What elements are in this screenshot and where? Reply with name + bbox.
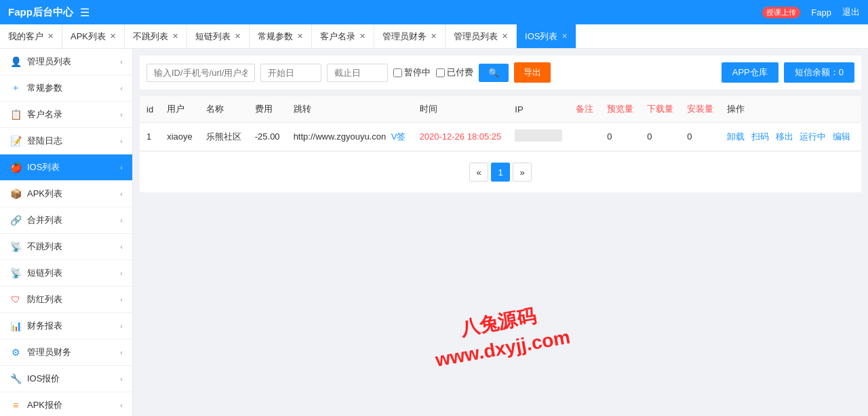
sidebar-item-apk-list[interactable]: 📦 APK列表 ‹ <box>0 181 132 207</box>
close-icon[interactable]: ✕ <box>297 32 303 41</box>
action-running[interactable]: 运行中 <box>800 131 826 142</box>
page-1-button[interactable]: 1 <box>491 163 510 182</box>
date-end-input[interactable] <box>327 64 388 82</box>
sidebar-item-customer-directory[interactable]: 📋 客户名录 ‹ <box>0 102 132 128</box>
action-remove[interactable]: 移出 <box>776 131 793 142</box>
sms-balance-button[interactable]: 短信余额：0 <box>784 62 854 83</box>
user-icon: 👤 <box>9 56 22 68</box>
col-jump: 跳转 <box>287 96 413 123</box>
ip-placeholder <box>515 129 562 142</box>
next-page-button[interactable]: » <box>513 163 532 182</box>
user-name[interactable]: Fapp <box>811 7 831 18</box>
package-icon: 📦 <box>9 188 22 200</box>
col-download: 下载量 <box>640 96 680 123</box>
action-qrcode[interactable]: 扫码 <box>751 131 769 142</box>
date-start-input[interactable] <box>260 64 321 82</box>
chevron-right-icon: ‹ <box>120 295 123 304</box>
sidebar-label: IOS列表 <box>27 161 60 173</box>
sidebar-item-login-log[interactable]: 📝 登陆日志 ‹ <box>0 128 132 154</box>
tab-admin-finance[interactable]: 管理员财务 ✕ <box>374 24 446 49</box>
col-install: 安装量 <box>680 96 720 123</box>
close-icon[interactable]: ✕ <box>431 32 437 41</box>
chevron-right-icon: ‹ <box>120 375 123 383</box>
close-icon[interactable]: ✕ <box>359 32 366 41</box>
tab-my-customers[interactable]: 我的客户 ✕ <box>0 24 62 49</box>
content-area: 暂停中 已付费 🔍 导出 APP仓库 短信余额：0 id 用户 名称 <box>133 49 868 416</box>
close-icon[interactable]: ✕ <box>172 32 178 41</box>
sidebar-label: 登陆日志 <box>27 135 62 147</box>
chart-icon: 📊 <box>9 320 22 332</box>
search-input[interactable] <box>146 64 255 82</box>
sidebar-label: 合并列表 <box>27 214 62 226</box>
app-warehouse-button[interactable]: APP仓库 <box>722 62 778 83</box>
sidebar-item-apk-price[interactable]: ≡ APK报价 ‹ <box>0 392 132 416</box>
checkbox-paused[interactable] <box>393 68 402 77</box>
checkbox-paused-label[interactable]: 暂停中 <box>393 66 431 79</box>
menu-icon[interactable]: ☰ <box>80 6 90 19</box>
header-right: 授课上传 Fapp 退出 <box>762 6 860 18</box>
tab-ios-list[interactable]: IOS列表 ✕ <box>517 24 576 49</box>
close-icon[interactable]: ✕ <box>110 32 116 41</box>
logout-button[interactable]: 退出 <box>842 6 860 18</box>
cell-time: 2020-12-26 18:05:25 <box>413 123 509 151</box>
sidebar-item-regular-params[interactable]: ＋ 常规参数 ‹ <box>0 75 132 102</box>
sidebar-item-admin-finance[interactable]: ⚙ 管理员财务 ‹ <box>0 339 132 366</box>
settings-icon: ⚙ <box>9 346 22 358</box>
tab-bar: 我的客户 ✕ APK列表 ✕ 不跳列表 ✕ 短链列表 ✕ 常规参数 ✕ 客户名录… <box>0 24 868 49</box>
filter-bar: 暂停中 已付费 🔍 导出 APP仓库 短信余额：0 <box>140 56 861 89</box>
tab-regular-params[interactable]: 常规参数 ✕ <box>250 24 312 49</box>
chevron-right-icon: ‹ <box>120 269 123 277</box>
sidebar-item-no-jump[interactable]: 📡 不跳列表 ‹ <box>0 234 132 260</box>
header-left: Fapp后台中心 ☰ <box>8 6 90 19</box>
sidebar-label: 防红列表 <box>27 293 62 306</box>
close-icon[interactable]: ✕ <box>502 32 508 41</box>
col-action: 操作 <box>720 96 861 123</box>
chevron-right-icon: ‹ <box>120 348 123 356</box>
checkbox-paid-label[interactable]: 已付费 <box>436 66 473 79</box>
plus-icon: ＋ <box>9 82 22 94</box>
log-icon: 📝 <box>9 135 22 147</box>
sidebar-item-anti-red[interactable]: 🛡 防红列表 ‹ <box>0 287 132 313</box>
export-button[interactable]: 导出 <box>514 62 551 83</box>
action-edit[interactable]: 编辑 <box>833 131 850 142</box>
sidebar-label: 财务报表 <box>27 320 62 332</box>
apple-icon: 🍎 <box>9 161 22 173</box>
sidebar-item-ios-price[interactable]: 🔧 IOS报价 ‹ <box>0 366 132 392</box>
chevron-right-icon: ‹ <box>120 137 123 145</box>
sidebar-label: 管理员财务 <box>27 346 71 358</box>
close-icon[interactable]: ✕ <box>47 32 54 41</box>
sidebar-item-merge-list[interactable]: 🔗 合并列表 ‹ <box>0 207 132 234</box>
col-time: 时间 <box>413 96 509 123</box>
tab-admin-list[interactable]: 管理员列表 ✕ <box>446 24 517 49</box>
sidebar-item-finance-report[interactable]: 📊 财务报表 ‹ <box>0 313 132 339</box>
shield-icon: 🛡 <box>9 293 22 306</box>
prev-page-button[interactable]: « <box>469 163 488 182</box>
signal-icon: 📡 <box>9 241 22 253</box>
logo: Fapp后台中心 <box>8 6 73 19</box>
checkbox-paid[interactable] <box>436 68 445 77</box>
chevron-right-icon: ‹ <box>120 190 123 198</box>
main-layout: 👤 管理员列表 ‹ ＋ 常规参数 ‹ 📋 客户名录 ‹ 📝 登陆日志 <box>0 49 868 416</box>
cell-preview: 0 <box>600 123 640 151</box>
cell-url: http://www.zgyouyu.con V签 <box>287 123 413 151</box>
tab-no-jump-list[interactable]: 不跳列表 ✕ <box>125 24 187 49</box>
sidebar-item-ios-list[interactable]: 🍎 IOS列表 ‹ <box>0 154 132 181</box>
cell-install: 0 <box>680 123 720 151</box>
col-id: id <box>140 96 160 123</box>
cell-fee: -25.00 <box>248 123 287 151</box>
chevron-right-icon: ‹ <box>120 163 123 171</box>
sidebar-item-short-link[interactable]: 📡 短链列表 ‹ <box>0 260 132 287</box>
sidebar-item-admin-list[interactable]: 👤 管理员列表 ‹ <box>0 49 132 75</box>
cell-download: 0 <box>640 123 680 151</box>
clipboard-icon: 📋 <box>9 108 22 121</box>
watermark: 八兔源码 www.dxyjj.com <box>429 297 572 373</box>
col-user: 用户 <box>160 96 199 123</box>
close-icon[interactable]: ✕ <box>235 32 241 41</box>
search-button[interactable]: 🔍 <box>479 64 509 82</box>
tab-short-link-list[interactable]: 短链列表 ✕ <box>187 24 250 49</box>
tab-customer-directory[interactable]: 客户名录 ✕ <box>312 24 374 49</box>
close-icon[interactable]: ✕ <box>561 32 568 41</box>
col-preview: 预览量 <box>600 96 640 123</box>
action-uninstall[interactable]: 卸载 <box>727 131 745 142</box>
tab-apk-list[interactable]: APK列表 ✕ <box>62 24 125 49</box>
